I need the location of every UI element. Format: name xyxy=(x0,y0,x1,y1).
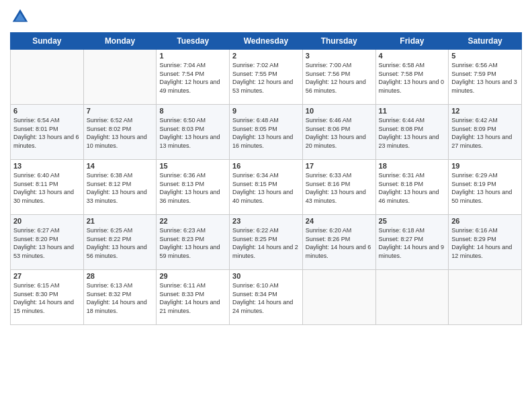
calendar-cell: 22Sunrise: 6:23 AM Sunset: 8:23 PM Dayli… xyxy=(157,215,230,270)
calendar-cell: 15Sunrise: 6:36 AM Sunset: 8:13 PM Dayli… xyxy=(157,160,230,215)
day-info: Sunrise: 6:44 AM Sunset: 8:08 PM Dayligh… xyxy=(379,116,446,150)
day-number: 28 xyxy=(87,272,154,280)
calendar-cell: 28Sunrise: 6:13 AM Sunset: 8:32 PM Dayli… xyxy=(83,270,157,325)
logo xyxy=(10,7,33,27)
day-info: Sunrise: 6:29 AM Sunset: 8:19 PM Dayligh… xyxy=(451,171,519,205)
day-number: 30 xyxy=(232,272,300,280)
calendar-table: SundayMondayTuesdayWednesdayThursdayFrid… xyxy=(10,32,522,325)
header xyxy=(10,7,522,27)
calendar-cell: 1Sunrise: 7:04 AM Sunset: 7:54 PM Daylig… xyxy=(157,50,230,105)
calendar-cell: 9Sunrise: 6:48 AM Sunset: 8:05 PM Daylig… xyxy=(230,105,303,160)
day-number: 4 xyxy=(379,52,446,60)
calendar-cell: 12Sunrise: 6:42 AM Sunset: 8:09 PM Dayli… xyxy=(449,105,522,160)
day-info: Sunrise: 6:42 AM Sunset: 8:09 PM Dayligh… xyxy=(451,116,519,150)
calendar-cell: 13Sunrise: 6:40 AM Sunset: 8:11 PM Dayli… xyxy=(11,160,84,215)
day-info: Sunrise: 6:46 AM Sunset: 8:06 PM Dayligh… xyxy=(306,116,373,150)
calendar-header-row: SundayMondayTuesdayWednesdayThursdayFrid… xyxy=(11,33,522,50)
day-info: Sunrise: 6:40 AM Sunset: 8:11 PM Dayligh… xyxy=(13,171,81,205)
day-number: 7 xyxy=(87,107,154,115)
day-number: 20 xyxy=(13,217,81,225)
day-header-sunday: Sunday xyxy=(11,33,84,50)
page: SundayMondayTuesdayWednesdayThursdayFrid… xyxy=(0,0,532,411)
day-number: 16 xyxy=(232,162,300,170)
calendar-cell: 6Sunrise: 6:54 AM Sunset: 8:01 PM Daylig… xyxy=(11,105,84,160)
day-info: Sunrise: 7:00 AM Sunset: 7:56 PM Dayligh… xyxy=(306,61,373,95)
day-info: Sunrise: 6:16 AM Sunset: 8:29 PM Dayligh… xyxy=(451,226,519,260)
day-header-thursday: Thursday xyxy=(302,33,375,50)
calendar-week-2: 13Sunrise: 6:40 AM Sunset: 8:11 PM Dayli… xyxy=(11,160,522,215)
calendar-cell: 24Sunrise: 6:20 AM Sunset: 8:26 PM Dayli… xyxy=(302,215,375,270)
calendar-week-4: 27Sunrise: 6:15 AM Sunset: 8:30 PM Dayli… xyxy=(11,270,522,325)
day-number: 19 xyxy=(451,162,519,170)
day-info: Sunrise: 6:13 AM Sunset: 8:32 PM Dayligh… xyxy=(87,281,154,315)
day-info: Sunrise: 6:38 AM Sunset: 8:12 PM Dayligh… xyxy=(87,171,154,205)
day-info: Sunrise: 6:10 AM Sunset: 8:34 PM Dayligh… xyxy=(232,281,300,315)
day-header-friday: Friday xyxy=(375,33,449,50)
day-header-monday: Monday xyxy=(83,33,157,50)
calendar-cell: 10Sunrise: 6:46 AM Sunset: 8:06 PM Dayli… xyxy=(302,105,375,160)
day-info: Sunrise: 6:20 AM Sunset: 8:26 PM Dayligh… xyxy=(306,226,373,260)
calendar-cell: 16Sunrise: 6:34 AM Sunset: 8:15 PM Dayli… xyxy=(230,160,303,215)
day-info: Sunrise: 6:50 AM Sunset: 8:03 PM Dayligh… xyxy=(159,116,226,150)
day-number: 14 xyxy=(87,162,154,170)
day-header-wednesday: Wednesday xyxy=(230,33,303,50)
calendar-cell xyxy=(11,50,84,105)
calendar-cell: 30Sunrise: 6:10 AM Sunset: 8:34 PM Dayli… xyxy=(230,270,303,325)
day-number: 9 xyxy=(232,107,300,115)
day-info: Sunrise: 6:22 AM Sunset: 8:25 PM Dayligh… xyxy=(232,226,300,260)
calendar-cell: 21Sunrise: 6:25 AM Sunset: 8:22 PM Dayli… xyxy=(83,215,157,270)
day-number: 27 xyxy=(13,272,81,280)
calendar-week-3: 20Sunrise: 6:27 AM Sunset: 8:20 PM Dayli… xyxy=(11,215,522,270)
day-info: Sunrise: 6:11 AM Sunset: 8:33 PM Dayligh… xyxy=(159,281,226,315)
day-info: Sunrise: 6:25 AM Sunset: 8:22 PM Dayligh… xyxy=(87,226,154,260)
day-number: 3 xyxy=(306,52,373,60)
calendar-cell: 3Sunrise: 7:00 AM Sunset: 7:56 PM Daylig… xyxy=(302,50,375,105)
day-number: 21 xyxy=(87,217,154,225)
day-number: 22 xyxy=(159,217,226,225)
day-number: 24 xyxy=(306,217,373,225)
calendar-cell: 14Sunrise: 6:38 AM Sunset: 8:12 PM Dayli… xyxy=(83,160,157,215)
calendar-cell: 20Sunrise: 6:27 AM Sunset: 8:20 PM Dayli… xyxy=(11,215,84,270)
calendar-cell: 4Sunrise: 6:58 AM Sunset: 7:58 PM Daylig… xyxy=(375,50,449,105)
calendar-cell: 23Sunrise: 6:22 AM Sunset: 8:25 PM Dayli… xyxy=(230,215,303,270)
logo-icon xyxy=(10,7,30,27)
day-info: Sunrise: 6:54 AM Sunset: 8:01 PM Dayligh… xyxy=(13,116,81,150)
calendar-cell xyxy=(302,270,375,325)
day-info: Sunrise: 6:15 AM Sunset: 8:30 PM Dayligh… xyxy=(13,281,81,315)
calendar-cell: 19Sunrise: 6:29 AM Sunset: 8:19 PM Dayli… xyxy=(449,160,522,215)
day-number: 29 xyxy=(159,272,226,280)
calendar-cell: 8Sunrise: 6:50 AM Sunset: 8:03 PM Daylig… xyxy=(157,105,230,160)
calendar-cell: 26Sunrise: 6:16 AM Sunset: 8:29 PM Dayli… xyxy=(449,215,522,270)
day-number: 23 xyxy=(232,217,300,225)
day-info: Sunrise: 6:52 AM Sunset: 8:02 PM Dayligh… xyxy=(87,116,154,150)
day-number: 10 xyxy=(306,107,373,115)
day-info: Sunrise: 6:33 AM Sunset: 8:16 PM Dayligh… xyxy=(306,171,373,205)
day-number: 15 xyxy=(159,162,226,170)
calendar-cell: 2Sunrise: 7:02 AM Sunset: 7:55 PM Daylig… xyxy=(230,50,303,105)
day-info: Sunrise: 6:58 AM Sunset: 7:58 PM Dayligh… xyxy=(379,61,446,95)
calendar-cell: 27Sunrise: 6:15 AM Sunset: 8:30 PM Dayli… xyxy=(11,270,84,325)
day-number: 26 xyxy=(451,217,519,225)
calendar-cell: 18Sunrise: 6:31 AM Sunset: 8:18 PM Dayli… xyxy=(375,160,449,215)
day-number: 12 xyxy=(451,107,519,115)
day-info: Sunrise: 7:04 AM Sunset: 7:54 PM Dayligh… xyxy=(159,61,226,95)
day-header-saturday: Saturday xyxy=(449,33,522,50)
day-number: 18 xyxy=(379,162,446,170)
day-info: Sunrise: 6:23 AM Sunset: 8:23 PM Dayligh… xyxy=(159,226,226,260)
calendar-cell xyxy=(83,50,157,105)
calendar-week-0: 1Sunrise: 7:04 AM Sunset: 7:54 PM Daylig… xyxy=(11,50,522,105)
calendar-cell: 25Sunrise: 6:18 AM Sunset: 8:27 PM Dayli… xyxy=(375,215,449,270)
calendar-cell xyxy=(449,270,522,325)
calendar-cell: 17Sunrise: 6:33 AM Sunset: 8:16 PM Dayli… xyxy=(302,160,375,215)
calendar-cell: 5Sunrise: 6:56 AM Sunset: 7:59 PM Daylig… xyxy=(449,50,522,105)
day-number: 13 xyxy=(13,162,81,170)
day-number: 1 xyxy=(159,52,226,60)
day-number: 17 xyxy=(306,162,373,170)
day-number: 6 xyxy=(13,107,81,115)
day-info: Sunrise: 6:27 AM Sunset: 8:20 PM Dayligh… xyxy=(13,226,81,260)
day-info: Sunrise: 6:48 AM Sunset: 8:05 PM Dayligh… xyxy=(232,116,300,150)
calendar-cell xyxy=(375,270,449,325)
day-info: Sunrise: 6:34 AM Sunset: 8:15 PM Dayligh… xyxy=(232,171,300,205)
calendar-cell: 29Sunrise: 6:11 AM Sunset: 8:33 PM Dayli… xyxy=(157,270,230,325)
day-info: Sunrise: 6:18 AM Sunset: 8:27 PM Dayligh… xyxy=(379,226,446,260)
